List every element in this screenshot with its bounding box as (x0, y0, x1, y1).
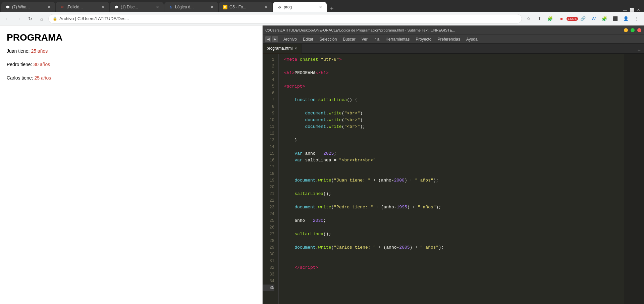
bookmark-button[interactable]: ☆ (524, 14, 533, 23)
code-line-32: </script> (284, 264, 624, 271)
code-line-15: var anho = 2025; (284, 150, 624, 157)
code-line-17 (284, 164, 624, 170)
menu-buscar[interactable]: Buscar (340, 36, 358, 42)
back-button[interactable]: ← (3, 14, 12, 23)
tab-logica[interactable]: a Lógica d... ✕ (164, 2, 218, 12)
code-line-25: anho = 2030; (284, 217, 624, 224)
main-area: PROGRAMA Juan tiene: 25 años Pedro tiene… (0, 26, 644, 304)
pedro-label: Pedro tiene: (7, 62, 33, 67)
line-number-5: 5 (263, 83, 274, 90)
ext-icon-3[interactable]: 🔗 (578, 14, 588, 23)
browser-content: PROGRAMA Juan tiene: 25 años Pedro tiene… (0, 26, 263, 304)
menu-ir-a[interactable]: Ir a (371, 36, 382, 42)
line-number-33: 33 (263, 271, 274, 278)
ext-icon-4[interactable]: W (589, 14, 598, 23)
menu-preferencias[interactable]: Preferencias (435, 36, 463, 42)
tab-favicon-g5: G (223, 5, 227, 9)
tab-prog[interactable]: ⚙ prog ✕ (273, 2, 327, 12)
line-number-9: 9 (263, 110, 274, 117)
tab-close-whatsapp[interactable]: ✕ (47, 4, 51, 10)
more-button[interactable]: ⋮ (632, 14, 641, 23)
share-button[interactable]: ⬆ (535, 14, 544, 23)
code-line-27: saltarLinea(); (284, 231, 624, 238)
close-button[interactable]: ✕ (637, 8, 640, 12)
line-number-2: 2 (263, 63, 274, 70)
code-line-3: <h1>PROGRAMA</h1> (284, 70, 624, 77)
sublime-tab-programa[interactable]: programa.html ✕ (263, 44, 302, 53)
code-line-26 (284, 224, 624, 231)
menu-editar[interactable]: Editar (300, 36, 316, 42)
sublime-tab-label: programa.html (267, 46, 292, 51)
tab-gmail[interactable]: ✉ ¡Felicid... ✕ (56, 2, 109, 12)
sublime-window-controls (624, 28, 641, 32)
sublime-title-text: C:\Users\LATITUDE\Desktop\ONE-ORACLE\Lóg… (265, 28, 621, 32)
sublime-arrow-right[interactable]: ▶ (272, 36, 278, 42)
menu-ver[interactable]: Ver (359, 36, 370, 42)
code-editor[interactable]: 1234567891011121314151617181920212223242… (263, 54, 644, 304)
tab-label-whatsapp: (7) Wha... (12, 5, 45, 9)
code-content[interactable]: <meta charset="utf-8"> <h1>PROGRAMA</h1>… (279, 54, 624, 304)
home-button[interactable]: ⌂ (37, 14, 46, 23)
sidebar-toggle[interactable]: ⬛ (610, 14, 620, 23)
juan-line: Juan tiene: 25 años (7, 48, 256, 54)
carlos-label: Carlos tiene: (7, 75, 34, 81)
new-tab-button[interactable]: + (327, 5, 336, 12)
code-line-2 (284, 63, 624, 70)
line-number-17: 17 (263, 164, 274, 170)
line-number-3: 3 (263, 70, 274, 77)
line-number-23: 23 (263, 204, 274, 211)
code-line-5: <script> (284, 83, 624, 90)
tab-favicon-discord: 💬 (114, 5, 119, 9)
ext-notifications[interactable]: 1427E (568, 14, 577, 23)
line-numbers: 1234567891011121314151617181920212223242… (263, 54, 279, 304)
user-avatar[interactable]: 👤 (621, 14, 631, 23)
sublime-close[interactable] (637, 28, 641, 32)
forward-button[interactable]: → (14, 14, 23, 23)
code-line-19: document.write("Juan tiene: " + (anho-20… (284, 177, 624, 184)
tab-close-g5[interactable]: ✕ (264, 4, 268, 10)
ext-icon-1[interactable]: ● (557, 14, 566, 23)
menu-archivo[interactable]: Archivo (281, 36, 300, 42)
line-number-34: 34 (263, 278, 274, 285)
code-line-12 (284, 130, 624, 137)
menu-proyecto[interactable]: Proyecto (413, 36, 434, 42)
tab-close-logica[interactable]: ✕ (210, 4, 214, 10)
minimap (624, 54, 644, 304)
tab-favicon-gmail: ✉ (60, 5, 64, 9)
line-number-18: 18 (263, 170, 274, 177)
sublime-arrow-left[interactable]: ◀ (265, 36, 271, 42)
tab-whatsapp[interactable]: 💬 (7) Wha... ✕ (1, 2, 55, 12)
tab-label-gmail: ¡Felicid... (66, 5, 99, 9)
code-line-10: document.write("<br>") (284, 117, 624, 123)
tab-close-discord[interactable]: ✕ (155, 4, 160, 10)
address-bar[interactable]: 🔒 Archivo | C:/Users/LATITUDE/Des... (48, 14, 522, 23)
sublime-minimize[interactable] (624, 28, 628, 32)
extensions-button[interactable]: 🧩 (545, 14, 555, 23)
minimize-button[interactable]: — (623, 8, 627, 12)
nav-actions: ☆ ⬆ 🧩 (524, 14, 555, 23)
maximize-button[interactable]: ⬜ (630, 8, 634, 12)
sublime-tab-close[interactable]: ✕ (294, 47, 297, 50)
tab-discord[interactable]: 💬 (1) Disc... ✕ (110, 2, 164, 12)
refresh-button[interactable]: ↻ (25, 14, 35, 23)
tab-favicon-logica: a (168, 5, 173, 9)
tab-close-prog[interactable]: ✕ (318, 4, 323, 10)
sublime-tab-add[interactable]: + (634, 47, 644, 53)
sublime-maximize[interactable] (631, 28, 635, 32)
line-number-21: 21 (263, 191, 274, 197)
menu-herramientas[interactable]: Herramientas (383, 36, 412, 42)
menu-seleccion[interactable]: Selección (317, 36, 339, 42)
code-line-35 (284, 285, 624, 291)
line-number-22: 22 (263, 197, 274, 204)
menu-ayuda[interactable]: Ayuda (464, 36, 480, 42)
lock-icon: 🔒 (53, 16, 57, 21)
tab-g5[interactable]: G G5 - Fo... ✕ (219, 2, 272, 12)
code-line-33 (284, 271, 624, 278)
code-line-11: document.write("<br>"); (284, 123, 624, 130)
tab-close-gmail[interactable]: ✕ (101, 4, 105, 10)
line-number-26: 26 (263, 224, 274, 231)
pedro-line: Pedro tiene: 30 años (7, 62, 256, 67)
extensions-area: ● 1427E 🔗 W 🧩 ⬛ 👤 ⋮ (557, 14, 641, 23)
code-line-21: saltarLinea(); (284, 191, 624, 197)
puzzle-button[interactable]: 🧩 (600, 14, 609, 23)
